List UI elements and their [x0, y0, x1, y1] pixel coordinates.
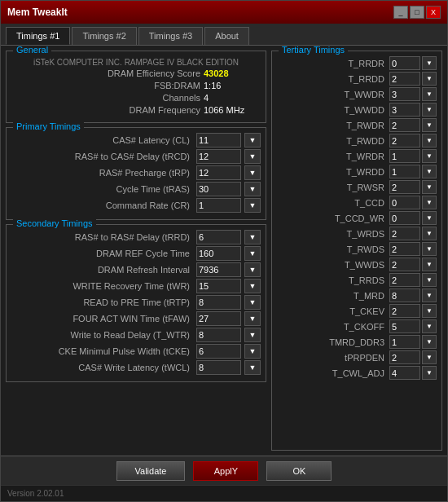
- primary-input-4[interactable]: [196, 198, 241, 213]
- tert-input-6[interactable]: [389, 149, 420, 163]
- tert-dd-3[interactable]: ▼: [422, 103, 437, 117]
- secondary-dd-4[interactable]: ▼: [244, 295, 261, 310]
- tert-row-16: T_CKEV ▼: [277, 304, 437, 318]
- tert-dd-13[interactable]: ▼: [422, 258, 437, 271]
- tert-input-19[interactable]: [389, 350, 420, 364]
- tab-about[interactable]: About: [204, 27, 249, 45]
- close-button[interactable]: X: [426, 6, 441, 19]
- channels-row: Channels 4: [11, 93, 261, 103]
- tert-dd-0[interactable]: ▼: [422, 56, 437, 70]
- tert-dd-19[interactable]: ▼: [422, 350, 437, 364]
- tert-dd-16[interactable]: ▼: [422, 304, 437, 318]
- secondary-dd-5[interactable]: ▼: [244, 311, 261, 326]
- tert-input-16[interactable]: [389, 304, 420, 318]
- general-section: General iSTeK COMPUTER INC. RAMPAGE IV B…: [6, 51, 266, 123]
- tert-dd-18[interactable]: ▼: [422, 335, 437, 349]
- tab-timings2[interactable]: Timings #2: [72, 27, 136, 45]
- tert-label-20: T_CWL_ADJ: [277, 368, 388, 378]
- secondary-input-7[interactable]: [196, 344, 241, 359]
- secondary-dd-6[interactable]: ▼: [244, 328, 261, 342]
- tert-dd-1[interactable]: ▼: [422, 72, 437, 86]
- tert-input-0[interactable]: [389, 56, 420, 70]
- tert-dd-7[interactable]: ▼: [422, 165, 437, 178]
- tert-input-13[interactable]: [389, 258, 420, 271]
- tert-input-4[interactable]: [389, 118, 420, 132]
- tert-input-2[interactable]: [389, 87, 420, 101]
- tert-dd-5[interactable]: ▼: [422, 134, 437, 148]
- tert-dd-12[interactable]: ▼: [422, 242, 437, 256]
- primary-input-0[interactable]: [196, 133, 241, 148]
- tert-label-17: T_CKOFF: [277, 322, 388, 332]
- secondary-input-1[interactable]: [196, 246, 241, 261]
- secondary-label-7: CKE Minimul Pulse Width (tCKE): [11, 346, 193, 356]
- secondary-dd-1[interactable]: ▼: [244, 246, 261, 261]
- secondary-dd-2[interactable]: ▼: [244, 262, 261, 277]
- tert-input-12[interactable]: [389, 242, 420, 256]
- tert-dd-15[interactable]: ▼: [422, 288, 437, 302]
- tert-row-9: T_CCD ▼: [277, 196, 437, 209]
- secondary-input-0[interactable]: [196, 230, 241, 244]
- tert-dd-4[interactable]: ▼: [422, 118, 437, 132]
- primary-dd-4[interactable]: ▼: [244, 198, 261, 213]
- tert-input-5[interactable]: [389, 134, 420, 148]
- tert-input-18[interactable]: [389, 335, 420, 349]
- tab-timings1[interactable]: Timings #1: [6, 27, 70, 45]
- secondary-input-6[interactable]: [196, 328, 241, 342]
- primary-dd-2[interactable]: ▼: [244, 165, 261, 180]
- tert-input-1[interactable]: [389, 72, 420, 86]
- secondary-dd-3[interactable]: ▼: [244, 279, 261, 293]
- secondary-input-5[interactable]: [196, 311, 241, 326]
- secondary-section: Secondary Timings RAS# to RAS# Delay (tR…: [6, 224, 266, 382]
- secondary-input-4[interactable]: [196, 295, 241, 310]
- secondary-row-6: Write to Read Delay (T_WTR) ▼: [11, 328, 261, 342]
- tert-input-20[interactable]: [389, 366, 420, 380]
- tert-dd-14[interactable]: ▼: [422, 273, 437, 287]
- tert-label-16: T_CKEV: [277, 306, 388, 316]
- tert-dd-2[interactable]: ▼: [422, 87, 437, 101]
- primary-input-2[interactable]: [196, 165, 241, 180]
- secondary-label-3: WRITE Recovery Time (tWR): [11, 281, 193, 291]
- maximize-button[interactable]: □: [410, 6, 424, 19]
- tert-dd-17[interactable]: ▼: [422, 319, 437, 333]
- tab-timings3[interactable]: Timings #3: [138, 27, 203, 45]
- tert-label-7: T_WRDD: [277, 167, 388, 177]
- tert-dd-8[interactable]: ▼: [422, 180, 437, 194]
- tert-input-11[interactable]: [389, 227, 420, 240]
- tert-input-7[interactable]: [389, 165, 420, 178]
- secondary-label-8: CAS# Write Latency (tWCL): [11, 363, 193, 372]
- secondary-label-0: RAS# to RAS# Delay (tRRD): [11, 232, 193, 242]
- validate-button[interactable]: Validate: [116, 461, 186, 481]
- tert-label-6: T_WRDR: [277, 152, 388, 161]
- secondary-dd-0[interactable]: ▼: [244, 230, 261, 244]
- primary-dd-1[interactable]: ▼: [244, 149, 261, 164]
- tert-dd-6[interactable]: ▼: [422, 149, 437, 163]
- tert-label-4: T_RWDR: [277, 121, 388, 130]
- tert-dd-11[interactable]: ▼: [422, 227, 437, 240]
- tert-input-9[interactable]: [389, 196, 420, 209]
- primary-input-3[interactable]: [196, 182, 241, 196]
- minimize-button[interactable]: _: [393, 6, 408, 19]
- secondary-dd-8[interactable]: ▼: [244, 360, 261, 375]
- tert-input-17[interactable]: [389, 319, 420, 333]
- primary-input-1[interactable]: [196, 149, 241, 164]
- tert-input-8[interactable]: [389, 180, 420, 194]
- tert-dd-20[interactable]: ▼: [422, 366, 437, 380]
- tert-dd-10[interactable]: ▼: [422, 211, 437, 225]
- tert-input-15[interactable]: [389, 288, 420, 302]
- secondary-input-2[interactable]: [196, 262, 241, 277]
- tert-label-11: T_WRDS: [277, 229, 388, 239]
- tabs-bar: Timings #1 Timings #2 Timings #3 About: [1, 24, 447, 46]
- tert-input-10[interactable]: [389, 211, 420, 225]
- primary-dd-0[interactable]: ▼: [244, 133, 261, 148]
- tert-dd-9[interactable]: ▼: [422, 196, 437, 209]
- primary-dd-3[interactable]: ▼: [244, 182, 261, 196]
- tert-input-3[interactable]: [389, 103, 420, 117]
- tert-label-15: T_MRD: [277, 291, 388, 301]
- board-name: iSTeK COMPUTER INC. RAMPAGE IV BLACK EDI…: [11, 56, 261, 68]
- secondary-input-3[interactable]: [196, 279, 241, 293]
- secondary-dd-7[interactable]: ▼: [244, 344, 261, 359]
- ok-button[interactable]: OK: [266, 461, 332, 481]
- apply-button[interactable]: ApplY: [193, 461, 258, 481]
- secondary-input-8[interactable]: [196, 360, 241, 375]
- tert-input-14[interactable]: [389, 273, 420, 287]
